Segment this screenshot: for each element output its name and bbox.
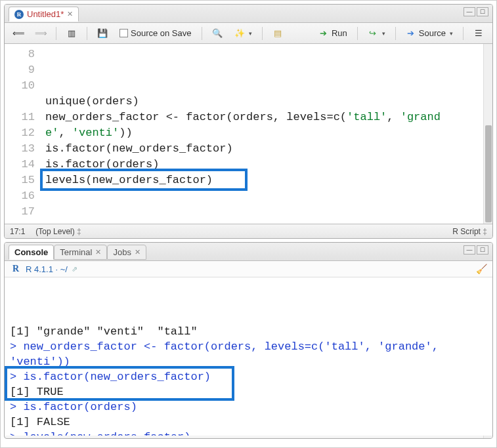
save-button[interactable]: 💾 [93,26,112,41]
source-label: Source [419,28,446,38]
back-button[interactable]: ⟸ [9,26,28,41]
notebook-icon: ▤ [272,28,283,39]
minimize-button[interactable]: — [464,245,475,255]
separator [463,27,464,40]
source-on-save-label: Source on Save [131,28,192,38]
r-version-path: R 4.1.1 · ~/ [26,264,68,274]
outline-icon: ☰ [473,28,484,39]
rerun-icon: ↪ [368,28,378,39]
tab-console[interactable]: Console [9,245,54,260]
cursor-position: 17:1 [10,227,25,236]
rerun-button[interactable]: ↪ ▾ [363,26,390,41]
console-tabs: Console Terminal ✕ Jobs ✕ — ☐ [5,243,492,261]
tab-jobs[interactable]: Jobs ✕ [107,245,146,260]
r-file-icon: R [14,10,24,19]
arrow-left-icon: ⟸ [13,28,24,39]
separator [56,27,56,40]
line-gutter: 891011121314151617 [5,44,43,224]
console-output[interactable]: [1] "grande" "venti" "tall"> new_orders_… [5,277,492,436]
tab-jobs-label: Jobs [113,247,131,257]
vertical-scrollbar[interactable] [483,44,492,224]
separator [87,27,87,40]
console-result: [1] FALSE [10,415,487,430]
file-tab-title: Untitled1* [27,9,64,19]
save-icon: 💾 [97,28,108,39]
scrollbar-thumb[interactable] [485,125,492,223]
minimize-button[interactable]: — [464,7,475,16]
tab-terminal[interactable]: Terminal ✕ [54,245,107,260]
chevron-down-icon: ▾ [249,30,252,37]
console-command: > new_orders_factor <- factor(orders, le… [10,339,487,369]
close-icon[interactable]: ✕ [67,10,73,18]
outline-button[interactable]: ☰ [469,26,488,41]
console-command: > is.factor(new_orders_factor) [10,369,487,384]
editor-statusbar: 17:1 (Top Level) ‡ R Script ‡ [5,224,492,238]
forward-button[interactable]: ⟹ [31,26,51,41]
code-line: unique(orders) [45,94,446,110]
scope-selector[interactable]: (Top Level) ‡ [35,227,81,236]
file-tab[interactable]: R Untitled1* ✕ [9,7,79,22]
close-icon[interactable]: ✕ [135,248,140,256]
separator [357,27,358,40]
editor-toolbar: ⟸ ⟹ ▥ 💾 Source on Save 🔍 ✨ ▾ ▤ [5,23,492,44]
tab-terminal-label: Terminal [60,247,92,257]
close-icon[interactable]: ✕ [95,248,101,256]
console-result: [1] TRUE [10,384,487,399]
arrow-right-icon: ⟹ [35,28,46,39]
chevron-down-icon: ▾ [450,30,453,37]
run-label: Run [332,28,347,38]
wand-icon: ✨ [234,28,245,39]
code-area[interactable]: unique(orders)new_orders_factor <- facto… [43,44,483,224]
code-line: is.factor(new_orders_factor) [45,141,446,157]
code-line: new_orders_factor <- factor(orders, leve… [45,110,446,141]
chevron-down-icon: ▾ [382,30,385,37]
run-icon: ➔ [318,28,329,39]
editor-body[interactable]: 891011121314151617 unique(orders)new_ord… [5,44,492,224]
maximize-button[interactable]: ☐ [477,7,488,16]
clear-console-button[interactable]: 🧹 [476,264,487,274]
code-line: levels(new_orders_factor) [45,173,446,188]
source-button[interactable]: ➔ Source ▾ [401,26,458,41]
show-in-new-window-button[interactable]: ▥ [62,26,81,41]
console-pane: Console Terminal ✕ Jobs ✕ — ☐ R R 4.1.1 … [4,242,493,439]
r-logo-icon: R [10,264,22,274]
run-button[interactable]: ➔ Run [314,26,352,41]
search-icon: 🔍 [212,28,223,39]
console-result: [1] "grande" "venti" "tall" [10,324,487,339]
console-command: > is.factor(orders) [10,399,487,415]
find-button[interactable]: 🔍 [207,26,227,41]
separator [262,27,263,40]
editor-tabs: R Untitled1* ✕ — ☐ [5,5,492,23]
source-on-save-toggle[interactable]: Source on Save [115,26,196,41]
separator [202,27,202,40]
separator [395,27,396,40]
tab-console-label: Console [14,247,48,257]
console-command: > levels(new_orders_factor) [10,430,487,436]
language-selector[interactable]: R Script ‡ [452,227,487,236]
window-controls: — ☐ [464,7,488,16]
window-controls: — ☐ [464,245,488,255]
code-line: is.factor(orders) [45,157,446,173]
checkbox-icon [119,29,128,37]
popout-icon: ▥ [66,28,77,39]
code-tools-button[interactable]: ✨ ▾ [230,26,257,41]
editor-pane: R Untitled1* ✕ — ☐ ⟸ ⟹ ▥ 💾 Source on Sav… [4,4,493,239]
source-icon: ➔ [406,28,416,39]
compile-report-button[interactable]: ▤ [268,26,288,41]
popout-icon[interactable]: ⇗ [72,265,77,274]
console-info-bar: R R 4.1.1 · ~/ ⇗ 🧹 [5,261,492,277]
maximize-button[interactable]: ☐ [477,245,488,255]
